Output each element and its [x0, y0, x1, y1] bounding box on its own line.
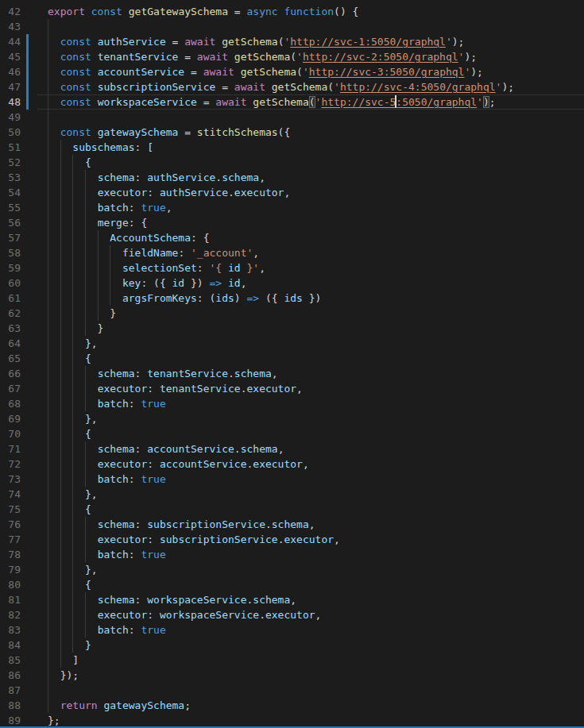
code-line[interactable]: 53 schema: authService.schema,: [0, 170, 584, 185]
line-number[interactable]: 53: [0, 170, 21, 185]
line-number[interactable]: 75: [0, 502, 21, 517]
line-number[interactable]: 88: [0, 698, 21, 713]
code-line[interactable]: 44 const authService = await getSchema('…: [0, 34, 584, 49]
line-number[interactable]: 86: [0, 668, 21, 683]
line-number[interactable]: 82: [0, 607, 21, 622]
line-number[interactable]: 51: [0, 140, 21, 155]
line-number[interactable]: 77: [0, 532, 21, 547]
code-line[interactable]: 56 merge: {: [0, 215, 584, 230]
code-line[interactable]: 88 return gatewaySchema;: [0, 698, 584, 713]
line-number[interactable]: 76: [0, 517, 21, 532]
code-line[interactable]: 54 executor: authService.executor,: [0, 185, 584, 200]
code-line[interactable]: 59 selectionSet: '{ id }',: [0, 260, 584, 275]
line-number[interactable]: 56: [0, 215, 21, 230]
line-number[interactable]: 47: [0, 79, 21, 94]
code-line[interactable]: 66 schema: tenantService.schema,: [0, 366, 584, 381]
code-line[interactable]: 70 {: [0, 426, 584, 441]
code-line[interactable]: 61 argsFromKeys: (ids) => ({ ids }): [0, 291, 584, 306]
line-number[interactable]: 78: [0, 547, 21, 562]
line-number[interactable]: 69: [0, 411, 21, 426]
line-number[interactable]: 72: [0, 456, 21, 472]
line-number[interactable]: 87: [0, 683, 21, 698]
line-number[interactable]: 49: [0, 110, 21, 125]
code-line[interactable]: 49: [0, 110, 584, 125]
line-number[interactable]: 85: [0, 653, 21, 668]
line-number[interactable]: 67: [0, 381, 21, 396]
code-line[interactable]: 57 AccountSchema: {: [0, 230, 584, 245]
code-line[interactable]: 79 },: [0, 562, 584, 577]
line-number[interactable]: 63: [0, 321, 21, 336]
code-line[interactable]: 73 batch: true: [0, 472, 584, 487]
code-line[interactable]: 72 executor: accountService.executor,: [0, 456, 584, 472]
code-line[interactable]: 85 ]: [0, 653, 584, 668]
line-number[interactable]: 58: [0, 245, 21, 260]
line-number[interactable]: 65: [0, 351, 21, 366]
code-token: :: [147, 609, 160, 621]
code-line[interactable]: 58 fieldName: '_account',: [0, 245, 584, 260]
code-line[interactable]: 68 batch: true: [0, 396, 584, 411]
code-line[interactable]: 64 },: [0, 336, 584, 351]
code-line[interactable]: 78 batch: true: [0, 547, 584, 562]
code-line[interactable]: 74 },: [0, 487, 584, 502]
line-number[interactable]: 60: [0, 275, 21, 291]
code-line[interactable]: 80 {: [0, 577, 584, 592]
code-line[interactable]: 69 },: [0, 411, 584, 426]
code-line[interactable]: 65 {: [0, 351, 584, 366]
line-number[interactable]: 71: [0, 441, 21, 456]
code-line[interactable]: 87: [0, 683, 584, 698]
code-line[interactable]: 86 });: [0, 668, 584, 683]
line-number[interactable]: 59: [0, 260, 21, 275]
code-line[interactable]: 42export const getGatewaySchema = async …: [0, 4, 584, 19]
code-line[interactable]: 71 schema: accountService.schema,: [0, 441, 584, 456]
code-line[interactable]: 45 const tenantService = await getSchema…: [0, 49, 584, 64]
line-number[interactable]: 42: [0, 4, 21, 19]
line-number[interactable]: 48: [0, 94, 21, 110]
code-area[interactable]: 42export const getGatewaySchema = async …: [0, 4, 584, 728]
code-line[interactable]: 60 key: ({ id }) => id,: [0, 275, 584, 291]
code-line[interactable]: 47 const subscriptionService = await get…: [0, 79, 584, 94]
line-number[interactable]: 80: [0, 577, 21, 592]
line-number[interactable]: 45: [0, 49, 21, 64]
line-number[interactable]: 83: [0, 622, 21, 637]
code-line[interactable]: 43: [0, 19, 584, 34]
line-number[interactable]: 66: [0, 366, 21, 381]
line-number[interactable]: 70: [0, 426, 21, 441]
line-number[interactable]: 46: [0, 64, 21, 79]
line-number[interactable]: 79: [0, 562, 21, 577]
code-line[interactable]: 82 executor: workspaceService.executor,: [0, 607, 584, 622]
code-line[interactable]: 76 schema: subscriptionService.schema,: [0, 517, 584, 532]
code-token: ]: [48, 654, 79, 666]
code-line[interactable]: 55 batch: true,: [0, 200, 584, 215]
line-number[interactable]: 43: [0, 19, 21, 34]
line-number[interactable]: 74: [0, 487, 21, 502]
line-number[interactable]: 50: [0, 125, 21, 140]
line-number[interactable]: 55: [0, 200, 21, 215]
line-number[interactable]: 62: [0, 306, 21, 321]
code-line[interactable]: 62 }: [0, 306, 584, 321]
code-line[interactable]: 77 executor: subscriptionService.executo…: [0, 532, 584, 547]
line-number[interactable]: 57: [0, 230, 21, 245]
code-line[interactable]: 50 const gatewaySchema = stitchSchemas({: [0, 125, 584, 140]
line-number[interactable]: 54: [0, 185, 21, 200]
line-number[interactable]: 81: [0, 592, 21, 607]
line-number[interactable]: 64: [0, 336, 21, 351]
code-token: batch: [98, 398, 129, 410]
code-line[interactable]: 83 batch: true: [0, 622, 584, 637]
code-line[interactable]: 75 {: [0, 502, 584, 517]
line-number[interactable]: 61: [0, 291, 21, 306]
code-line[interactable]: 81 schema: workspaceService.schema,: [0, 592, 584, 607]
code-line[interactable]: 48 const workspaceService = await getSch…: [0, 94, 584, 110]
code-token: );: [464, 51, 477, 63]
code-line[interactable]: 52 {: [0, 155, 584, 170]
code-line[interactable]: 46 const accountService = await getSchem…: [0, 64, 584, 79]
line-number[interactable]: 68: [0, 396, 21, 411]
line-number[interactable]: 73: [0, 472, 21, 487]
line-number[interactable]: 44: [0, 34, 21, 49]
code-line[interactable]: 84 }: [0, 637, 584, 653]
code-editor[interactable]: 42export const getGatewaySchema = async …: [0, 0, 584, 728]
line-number[interactable]: 52: [0, 155, 21, 170]
code-line[interactable]: 51 subschemas: [: [0, 140, 584, 155]
line-number[interactable]: 84: [0, 637, 21, 653]
code-line[interactable]: 67 executor: tenantService.executor,: [0, 381, 584, 396]
code-line[interactable]: 63 }: [0, 321, 584, 336]
